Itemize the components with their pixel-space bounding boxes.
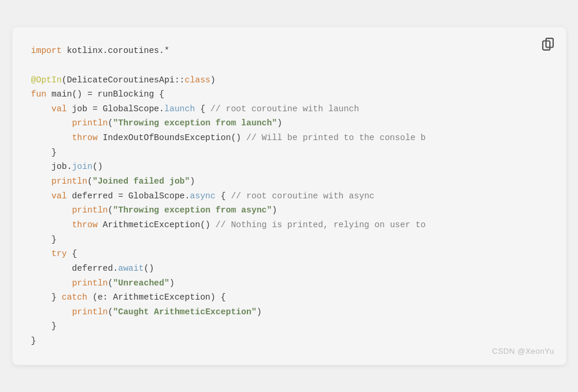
copy-icon[interactable] [541,38,554,51]
watermark: CSDN @XeonYu [492,347,554,356]
code-block: import kotlinx.coroutines.* @OptIn(Delic… [12,27,566,364]
code-content: import kotlinx.coroutines.* @OptIn(Delic… [31,44,547,348]
